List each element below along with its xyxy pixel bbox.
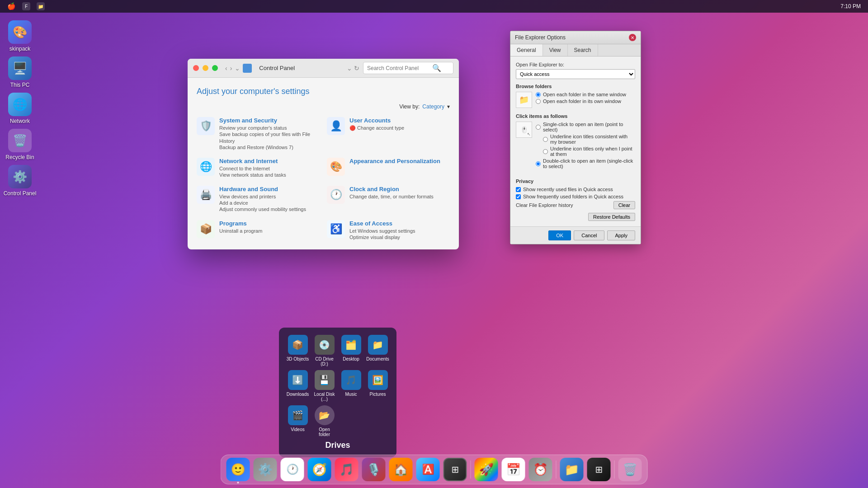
dock-item-calendar[interactable]: 📅 (502, 458, 525, 481)
finder-icon: 🙂 (231, 463, 245, 477)
browse-radio-same[interactable]: Open each folder in the same window (536, 92, 626, 97)
desktop-icon-this-pc[interactable]: 🖥️ This PC (2, 56, 38, 88)
tab-view[interactable]: View (543, 44, 568, 56)
click-radio-double[interactable]: Double-click to open an item (single-cli… (536, 158, 635, 169)
click-sub-browser-label: Underline icon titles consistent with my… (550, 134, 635, 145)
nav-forward-arrow[interactable]: › (230, 65, 232, 72)
click-radio-single[interactable]: Single-click to open an item (point to s… (536, 122, 635, 132)
cp-item-user-accounts[interactable]: 👤 User Accounts 🔴 Change account type (327, 117, 450, 150)
click-radio-single-input[interactable] (536, 125, 541, 130)
popup-item-documents[interactable]: 📁 Documents (366, 335, 389, 366)
topbar-app-icon[interactable]: F (22, 2, 30, 10)
topbar-icon-2[interactable]: 📁 (37, 2, 45, 10)
popup-item-open-folder[interactable]: 📂 Open folder (313, 405, 336, 437)
podcasts-icon: 🎙️ (367, 463, 381, 477)
ease-access-title: Ease of Access (349, 220, 415, 227)
dock-item-mosaic[interactable]: ⊞ (587, 458, 611, 481)
cp-item-system-security[interactable]: 🛡️ System and Security Review your compu… (197, 117, 320, 150)
dock-item-trash[interactable]: 🗑️ (618, 458, 642, 481)
desktop-icon-skinpack[interactable]: 🎨 skinpack (2, 20, 38, 52)
window-close-btn[interactable] (193, 65, 199, 71)
cp-item-ease-access[interactable]: ♿ Ease of Access Let Windows suggest set… (327, 220, 450, 241)
popup-item-3d-objects[interactable]: 📦 3D Objects (286, 335, 309, 366)
skinpack-icon: 🎨 (13, 25, 27, 39)
dock-item-appstore[interactable]: 🅰️ (416, 458, 440, 481)
popup-item-local-disk[interactable]: 💾 Local Disk (...) (313, 370, 336, 402)
dock-item-podcasts[interactable]: 🎙️ (362, 458, 386, 481)
click-radio-group: Single-click to open an item (point to s… (536, 122, 635, 170)
popup-item-cd-drive[interactable]: 💿 CD Drive (D:) (313, 335, 336, 366)
popup-downloads-icon: ⬇️ (288, 370, 308, 390)
click-sub-browser[interactable]: Underline icon titles consistent with my… (543, 134, 635, 145)
desktop-icon-network[interactable]: 🌐 Network (2, 93, 38, 124)
cp-item-user-accounts-text: User Accounts 🔴 Change account type (349, 117, 404, 131)
window-maximize-btn[interactable] (212, 65, 218, 71)
click-sub-point[interactable]: Underline icon titles only when I point … (543, 146, 635, 157)
popup-item-pictures[interactable]: 🖼️ Pictures (366, 370, 389, 402)
cp-item-programs[interactable]: 📦 Programs Uninstall a program (197, 220, 320, 241)
cp-item-network-internet[interactable]: 🌐 Network and Internet Connect to the In… (197, 158, 320, 178)
viewby-value[interactable]: Category (422, 103, 444, 110)
ease-access-desc: Let Windows suggest settingsOptimize vis… (349, 228, 415, 241)
dropdown-arrow[interactable]: ⌄ (347, 65, 352, 72)
nav-down-arrow[interactable]: ⌄ (235, 65, 240, 72)
nav-back-arrow[interactable]: ‹ (225, 65, 227, 72)
cp-item-hardware[interactable]: 🖨️ Hardware and Sound View devices and p… (197, 186, 320, 213)
click-sub-point-input[interactable] (543, 149, 548, 154)
feo-open-select[interactable]: Quick access This PC (516, 69, 635, 79)
dock-item-clock[interactable]: 🕐 (281, 458, 304, 481)
window-minimize-btn[interactable] (203, 65, 208, 71)
browse-radio-same-input[interactable] (536, 92, 541, 97)
feo-apply-btn[interactable]: Apply (607, 230, 635, 240)
feo-close-btn[interactable]: ✕ (629, 34, 636, 41)
feo-clear-btn[interactable]: Clear (613, 201, 635, 209)
dock-separator (471, 460, 471, 479)
network-internet-desc: Connect to the InternetView network stat… (219, 165, 286, 178)
search-box[interactable]: 🔍 (363, 62, 453, 74)
click-sub-browser-input[interactable] (543, 137, 548, 142)
search-input[interactable] (367, 65, 430, 71)
user-accounts-title: User Accounts (349, 117, 404, 124)
browse-radio-own-input[interactable] (536, 99, 541, 104)
cp-item-appearance[interactable]: 🎨 Appearance and Personalization (327, 158, 450, 178)
dock-item-launchpad[interactable]: 🚀 (475, 458, 498, 481)
cp-item-network-internet-text: Network and Internet Connect to the Inte… (219, 158, 286, 178)
privacy-recent-files-input[interactable] (516, 187, 521, 192)
popup-item-music[interactable]: 🎵 Music (340, 370, 363, 402)
tab-search[interactable]: Search (568, 44, 598, 56)
dock-item-safari[interactable]: 🧭 (308, 458, 331, 481)
system-security-desc: Review your computer's statusSave backup… (219, 125, 320, 150)
popup-item-downloads[interactable]: ⬇️ Downloads (286, 370, 309, 402)
apple-logo-icon[interactable]: 🍎 (7, 2, 16, 10)
popup-item-desktop[interactable]: 🗂️ Desktop (340, 335, 363, 366)
click-radio-double-input[interactable] (536, 161, 541, 166)
feo-browse-label: Browse folders (516, 84, 635, 89)
popup-item-videos[interactable]: 🎬 Videos (286, 405, 309, 437)
dock-item-finder[interactable]: 🙂 (226, 458, 250, 481)
popup-open-folder-label: Open folder (313, 427, 336, 437)
mac-topbar: 🍎 F 📁 7:10 PM (0, 0, 868, 13)
browse-radio-own[interactable]: Open each folder in its own window (536, 99, 626, 104)
dock-item-bootcamp[interactable]: ⊞ (443, 458, 467, 481)
desktop-icon-recycle-bin[interactable]: 🗑️ Recycle Bin (2, 129, 38, 160)
dock-item-home[interactable]: 🏠 (389, 458, 413, 481)
privacy-frequent-folders[interactable]: Show frequently used folders in Quick ac… (516, 194, 635, 199)
feo-click-section: Click items as follows 🖱️ ↖ Single-click… (516, 113, 635, 174)
dock-item-timemachine[interactable]: ⏰ (529, 458, 552, 481)
feo-ok-btn[interactable]: OK (548, 230, 571, 240)
viewby-chevron-icon[interactable]: ▾ (447, 103, 450, 110)
cp-item-clock[interactable]: 🕐 Clock and Region Change date, time, or… (327, 186, 450, 213)
feo-cancel-btn[interactable]: Cancel (574, 230, 604, 240)
dock-item-music[interactable]: 🎵 (335, 458, 359, 481)
feo-restore-defaults-btn[interactable]: Restore Defaults (588, 213, 635, 221)
dock-item-settings[interactable]: ⚙️ (254, 458, 277, 481)
tab-general[interactable]: General (510, 44, 543, 56)
desktop-icon-control-panel[interactable]: ⚙️ Control Panel (2, 165, 38, 197)
home-icon: 🏠 (394, 463, 408, 477)
dock-item-finder2[interactable]: 📁 (560, 458, 584, 481)
privacy-frequent-folders-input[interactable] (516, 194, 521, 199)
popup-drives-label: Drives (286, 441, 389, 450)
refresh-icon[interactable]: ↻ (354, 65, 359, 72)
privacy-recent-files[interactable]: Show recently used files in Quick access (516, 187, 635, 192)
window-titlebar: ‹ › ⌄ Control Panel ⌄ ↻ 🔍 (188, 59, 459, 78)
